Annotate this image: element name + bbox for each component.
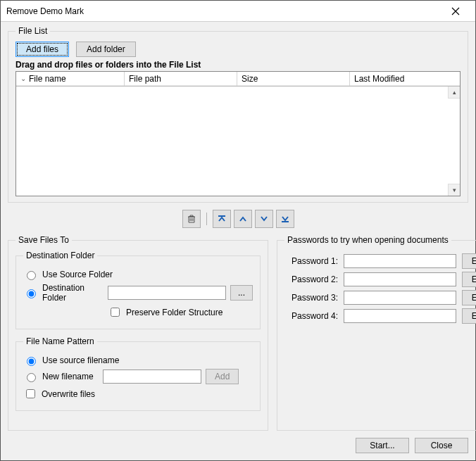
destination-folder-radio[interactable]: [27, 289, 36, 298]
add-files-button[interactable]: Add files: [15, 42, 69, 57]
grid-body[interactable]: ▴ ▾: [16, 87, 460, 196]
password-row-4: Password 4: Edit: [284, 308, 476, 324]
destination-folder-group: Destination Folder Use Source Folder Des…: [15, 251, 261, 329]
save-files-legend: Save Files To: [15, 235, 72, 245]
chevron-top-icon: [217, 214, 227, 224]
move-top-button[interactable]: [213, 210, 231, 228]
drag-drop-instruction: Drag and drop files or folders into the …: [15, 60, 461, 70]
destination-folder-legend: Destination Folder: [23, 251, 97, 260]
password-row-1: Password 1: Edit: [284, 253, 476, 269]
password-1-input[interactable]: [344, 254, 456, 268]
client-area: File List Add files Add folder Drag and …: [1, 22, 475, 460]
use-source-filename-radio[interactable]: [27, 357, 36, 366]
file-toolbar: [8, 203, 468, 235]
add-filename-button[interactable]: Add: [206, 369, 239, 384]
toolbar-separator: [206, 213, 207, 225]
file-list-group: File List Add files Add folder Drag and …: [8, 26, 468, 203]
password-4-label: Password 4:: [284, 311, 338, 321]
scroll-down-icon[interactable]: ▾: [448, 184, 460, 196]
preserve-structure-label: Preserve Folder Structure: [126, 308, 223, 317]
overwrite-checkbox[interactable]: [26, 389, 35, 398]
scroll-up-icon[interactable]: ▴: [448, 87, 460, 99]
password-3-input[interactable]: [344, 291, 456, 305]
col-size[interactable]: Size: [237, 72, 350, 86]
password-1-label: Password 1:: [284, 256, 338, 266]
sort-chevron-icon: ⌄: [20, 75, 26, 82]
password-2-input[interactable]: [344, 272, 456, 286]
move-down-button[interactable]: [255, 210, 273, 228]
password-1-edit-button[interactable]: Edit: [462, 253, 476, 269]
password-row-2: Password 2: Edit: [284, 272, 476, 287]
start-button[interactable]: Start...: [356, 438, 409, 453]
use-source-folder-radio[interactable]: [27, 271, 36, 280]
passwords-legend: Passwords to try when opening documents: [284, 235, 451, 245]
file-list-legend: File List: [15, 26, 50, 36]
filename-pattern-legend: File Name Pattern: [23, 336, 97, 346]
password-3-label: Password 3:: [284, 293, 338, 303]
move-bottom-button[interactable]: [276, 210, 294, 228]
save-files-group: Save Files To Destination Folder Use Sou…: [8, 235, 268, 431]
passwords-group: Passwords to try when opening documents …: [277, 235, 476, 431]
close-icon[interactable]: [441, 1, 470, 21]
browse-button[interactable]: ...: [230, 285, 253, 301]
file-grid[interactable]: ⌄ File name File path Size Last Modified…: [15, 71, 461, 196]
destination-folder-input[interactable]: [108, 286, 226, 300]
titlebar: Remove Demo Mark: [1, 1, 475, 22]
password-4-input[interactable]: [344, 309, 456, 323]
move-up-button[interactable]: [234, 210, 252, 228]
password-4-edit-button[interactable]: Edit: [462, 308, 476, 324]
use-source-folder-label: Use Source Folder: [42, 270, 113, 279]
grid-header: ⌄ File name File path Size Last Modified: [16, 72, 460, 87]
password-3-edit-button[interactable]: Edit: [462, 290, 476, 305]
preserve-structure-checkbox[interactable]: [111, 308, 120, 317]
use-source-filename-label: Use source filename: [42, 355, 119, 365]
password-2-edit-button[interactable]: Edit: [462, 272, 476, 287]
password-2-label: Password 2:: [284, 274, 338, 284]
col-lastmodified[interactable]: Last Modified: [350, 72, 460, 86]
trash-icon: [187, 214, 196, 224]
dialog-footer: Start... Close: [8, 431, 468, 453]
col-filepath[interactable]: File path: [125, 72, 237, 86]
chevron-up-icon: [238, 214, 248, 224]
dialog-window: Remove Demo Mark File List Add files Add…: [0, 0, 476, 461]
new-filename-input[interactable]: [103, 370, 201, 384]
col-filename[interactable]: ⌄ File name: [16, 72, 125, 86]
close-button[interactable]: Close: [415, 438, 468, 453]
overwrite-label: Overwrite files: [42, 389, 95, 399]
add-folder-button[interactable]: Add folder: [76, 42, 136, 57]
lower-panels: Save Files To Destination Folder Use Sou…: [8, 235, 468, 431]
chevron-down-icon: [259, 214, 269, 224]
chevron-bottom-icon: [280, 214, 290, 224]
destination-folder-label: Destination Folder: [42, 283, 104, 303]
new-filename-radio[interactable]: [27, 373, 36, 382]
delete-button[interactable]: [182, 210, 201, 228]
window-title: Remove Demo Mark: [6, 6, 441, 16]
password-row-3: Password 3: Edit: [284, 290, 476, 305]
new-filename-label: New filename: [42, 372, 99, 381]
filename-pattern-group: File Name Pattern Use source filename Ne…: [15, 336, 261, 411]
